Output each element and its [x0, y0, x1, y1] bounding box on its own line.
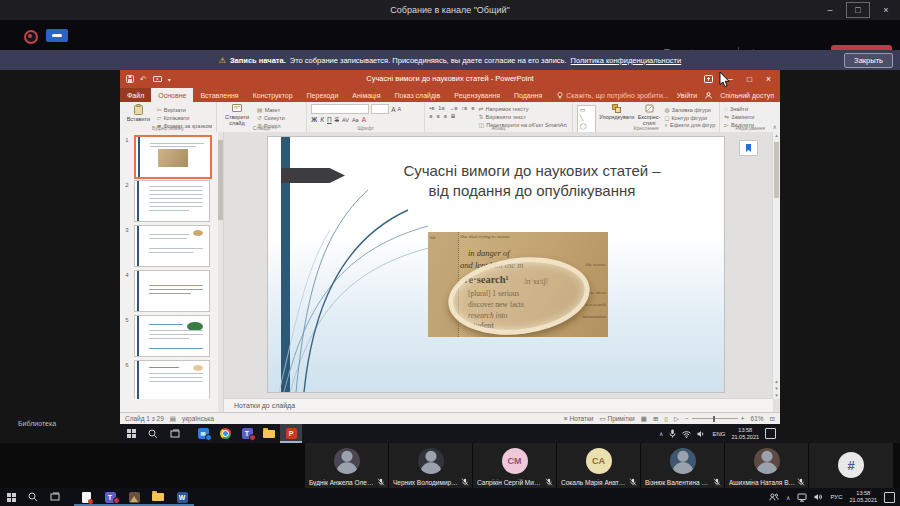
- inner-explorer-icon[interactable]: [258, 424, 280, 443]
- teams-app-icon[interactable]: T: [98, 488, 122, 506]
- font-size-box[interactable]: [371, 104, 389, 114]
- font-name-box[interactable]: [311, 104, 369, 114]
- participant-tile[interactable]: Буднік Анжела Олекс...: [305, 443, 388, 488]
- tray-people-icon[interactable]: [769, 493, 779, 501]
- taskview-icon[interactable]: [44, 488, 66, 506]
- numbering-icon[interactable]: 1≡: [438, 105, 444, 111]
- align-icon[interactable]: ≡: [471, 105, 474, 111]
- minimize-icon[interactable]: –: [816, 0, 844, 20]
- tab-file[interactable]: Файл: [120, 88, 151, 102]
- participant-tile[interactable]: СМ Сапрікін Сергій Миха...: [473, 443, 556, 488]
- explorer-app-icon[interactable]: [146, 488, 170, 506]
- slide-thumbnail-4[interactable]: 4: [120, 270, 223, 315]
- inner-powerpoint-icon[interactable]: P: [280, 424, 302, 443]
- tell-me-box[interactable]: Скажіть, що потрібно зробити...: [549, 88, 676, 102]
- tab-design[interactable]: Конструктор: [246, 88, 300, 102]
- cut-button[interactable]: ✂Вирізати: [157, 106, 212, 113]
- close-icon[interactable]: ×: [872, 0, 900, 20]
- align-left-icon[interactable]: ≡: [429, 113, 432, 119]
- line-spacing-icon[interactable]: ↕≡: [461, 105, 467, 111]
- participant-tile[interactable]: Черних Володимир В...: [389, 443, 472, 488]
- ppt-close-icon[interactable]: ×: [759, 70, 778, 88]
- tab-slideshow[interactable]: Показ слайдів: [387, 88, 447, 102]
- inner-mail-icon[interactable]: ✉: [192, 424, 214, 443]
- character-spacing-button[interactable]: AV: [342, 117, 349, 123]
- view-slideshow-icon[interactable]: ▷: [674, 415, 679, 423]
- banner-close-button[interactable]: Закрыть: [844, 53, 893, 68]
- tab-insert[interactable]: Вставлення: [193, 88, 245, 102]
- notes-toggle[interactable]: ≡ Нотатки: [564, 415, 594, 422]
- replace-button[interactable]: ⇋Замінити: [724, 113, 754, 120]
- tab-review[interactable]: Рецензування: [447, 88, 507, 102]
- underline-button[interactable]: П: [327, 116, 332, 123]
- zoom-in-icon[interactable]: +: [741, 415, 745, 422]
- collapse-ribbon-icon[interactable]: ∧: [773, 123, 777, 130]
- comments-toggle[interactable]: ▭ Примітки: [599, 415, 634, 423]
- slide-thumbnail-6[interactable]: 6: [120, 360, 223, 399]
- share-link[interactable]: Спільний доступ: [720, 92, 774, 99]
- participant-tile[interactable]: Ашихміна Наталя Віт...: [725, 443, 808, 488]
- bullets-icon[interactable]: •≡: [429, 105, 434, 111]
- tray-chevron-icon[interactable]: ∧: [786, 494, 790, 501]
- research-dictionary-image[interactable]: lab She died trying to rescue in danger …: [428, 232, 608, 337]
- tab-transitions[interactable]: Переходи: [300, 88, 346, 102]
- inner-chrome-icon[interactable]: [214, 424, 236, 443]
- text-direction-button[interactable]: ⇄Напрямок тексту: [479, 105, 567, 112]
- shrink-font-button[interactable]: А: [398, 106, 402, 112]
- inner-notifications-icon[interactable]: [765, 428, 776, 439]
- tray-volume-icon[interactable]: [814, 493, 823, 501]
- language-indicator[interactable]: українська: [182, 415, 214, 422]
- inner-start-button[interactable]: [120, 424, 142, 443]
- thumbnail-scrollbar[interactable]: [218, 132, 223, 412]
- inner-taskview-icon[interactable]: [164, 424, 186, 443]
- inner-mic-icon[interactable]: [669, 429, 676, 438]
- slide-thumbnail-2[interactable]: 2: [120, 180, 223, 225]
- paste-button[interactable]: Вставити: [124, 104, 153, 122]
- tray-network-icon[interactable]: [797, 493, 807, 502]
- font-color-button[interactable]: A: [362, 116, 366, 123]
- align-right-icon[interactable]: ≡: [444, 113, 447, 119]
- taskbar-clock[interactable]: 13:58 21.05.2021: [849, 490, 877, 503]
- search-icon[interactable]: [22, 488, 44, 506]
- arrange-button[interactable]: Упорядкувати: [600, 104, 634, 120]
- reset-button[interactable]: ↺Скинути: [257, 114, 285, 121]
- current-slide[interactable]: Сучасні вимоги до наукових статей – від …: [268, 137, 724, 392]
- inner-tray-chevron-icon[interactable]: ∧: [659, 430, 663, 437]
- layout-button[interactable]: ▤Макет: [257, 106, 285, 113]
- inner-language-indicator[interactable]: ENG: [712, 431, 725, 437]
- new-slide-button[interactable]: Створити слайд: [221, 104, 253, 126]
- tab-animations[interactable]: Анімація: [345, 88, 387, 102]
- privacy-policy-link[interactable]: Политика конфиденциальности: [571, 56, 682, 65]
- view-sorter-icon[interactable]: ⊞: [653, 415, 658, 423]
- start-button[interactable]: [0, 488, 22, 506]
- zoom-out-icon[interactable]: −: [685, 415, 689, 422]
- ppt-restore-icon[interactable]: □: [740, 70, 759, 88]
- word-app-icon[interactable]: W: [170, 488, 194, 506]
- slide-thumbnail-5[interactable]: 5: [120, 315, 223, 360]
- slide-title[interactable]: Сучасні вимоги до наукових статей – від …: [348, 161, 716, 200]
- shape-outline-button[interactable]: ◻Контур фігури: [664, 114, 715, 121]
- comment-flag[interactable]: [739, 140, 758, 156]
- notes-pane[interactable]: Нотатки до слайда: [224, 398, 773, 412]
- bold-button[interactable]: Ж: [311, 116, 317, 123]
- inner-network-icon[interactable]: [682, 430, 691, 438]
- fit-to-window-icon[interactable]: ⊡: [770, 415, 775, 423]
- inner-search-icon[interactable]: [142, 424, 164, 443]
- slide-scrollbar[interactable]: ▴ ▴ ▾ ▾: [772, 132, 780, 399]
- strikethrough-button[interactable]: S: [335, 116, 339, 123]
- maximize-icon[interactable]: □: [844, 0, 872, 20]
- quick-styles-button[interactable]: Експрес-стилі: [638, 104, 661, 126]
- tab-view[interactable]: Подання: [507, 88, 549, 102]
- language-indicator[interactable]: РУС: [830, 494, 842, 500]
- action-center-icon[interactable]: [884, 492, 895, 503]
- channel-tile[interactable]: #: [809, 443, 893, 488]
- change-case-button[interactable]: Aa: [352, 117, 359, 123]
- photos-app-icon[interactable]: [122, 488, 146, 506]
- align-center-icon[interactable]: ≡: [436, 113, 439, 119]
- document-app-icon[interactable]: [74, 488, 98, 506]
- ribbon-display-options-icon[interactable]: [704, 75, 713, 83]
- align-text-button[interactable]: ⇅Вирівняти текст: [479, 113, 567, 120]
- slide-thumbnail-1[interactable]: 1: [120, 135, 223, 180]
- italic-button[interactable]: К: [320, 116, 324, 123]
- participant-tile[interactable]: СА Сокаль Марія Анатол...: [557, 443, 640, 488]
